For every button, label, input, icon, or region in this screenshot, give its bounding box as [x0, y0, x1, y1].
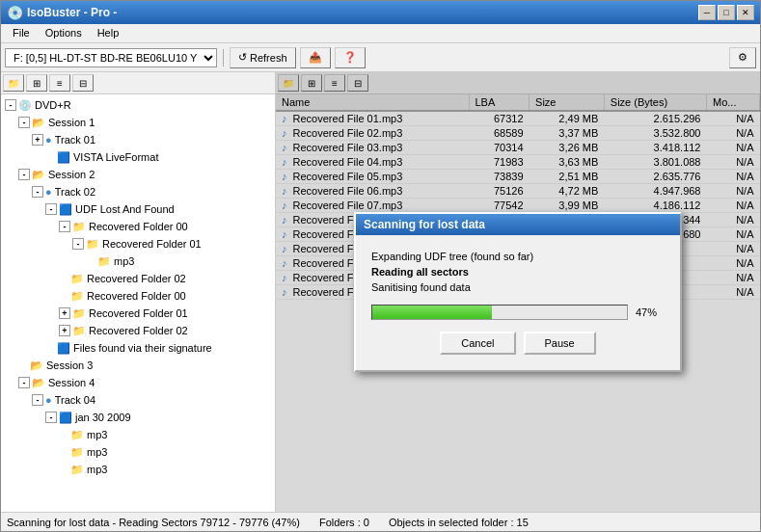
- refresh-label: Refresh: [250, 52, 287, 64]
- expander-t02[interactable]: -: [32, 186, 43, 198]
- minimize-button[interactable]: ─: [698, 5, 716, 20]
- tree-toolbar-btn2[interactable]: ⊞: [26, 74, 47, 92]
- refresh-button[interactable]: ↺ Refresh: [230, 47, 296, 68]
- tree-node-rf02a[interactable]: 📁 Recovered Folder 02: [57, 270, 273, 287]
- toolbar-separator: [223, 49, 224, 66]
- vista-label: VISTA LiveFormat: [73, 149, 158, 165]
- tree-toolbar-btn3[interactable]: ≡: [49, 74, 70, 92]
- options-icon: ⚙: [738, 51, 747, 64]
- rf00a-icon: 📁: [72, 219, 86, 234]
- tree-node-mp3d[interactable]: 📁 mp3: [57, 461, 273, 478]
- tree-node-session2[interactable]: - 📂 Session 2: [16, 166, 273, 183]
- restore-button[interactable]: □: [718, 5, 735, 20]
- rf02a-label: Recovered Folder 02: [87, 271, 186, 286]
- tree-content: - 💿 DVD+R - 📂 Session 1: [1, 94, 275, 480]
- help-button[interactable]: ❓: [335, 47, 366, 68]
- tree-node-track02[interactable]: - ● Track 02: [30, 183, 273, 200]
- close-button[interactable]: ✕: [737, 5, 754, 20]
- mp3a-icon: 📁: [97, 253, 111, 269]
- modal-body: Expanding UDF tree (found so far) Readin…: [356, 235, 680, 370]
- expander-rf02b[interactable]: +: [59, 325, 70, 336]
- tree-toolbar-btn4[interactable]: ⊟: [72, 74, 94, 92]
- options-button[interactable]: ⚙: [729, 47, 756, 68]
- menu-file[interactable]: File: [5, 26, 38, 40]
- rf00b-icon: 📁: [70, 288, 84, 304]
- expander-s2[interactable]: -: [18, 169, 30, 180]
- rf01a-label: Recovered Folder 01: [102, 236, 202, 252]
- pause-button[interactable]: Pause: [524, 332, 596, 355]
- menu-help[interactable]: Help: [90, 26, 127, 40]
- dvd-label: DVD+R: [35, 97, 71, 113]
- expander-udf[interactable]: -: [45, 203, 57, 215]
- status-right: Objects in selected folder : 15: [389, 517, 529, 528]
- tree-node-session3[interactable]: 📂 Session 3: [16, 357, 273, 374]
- rf01b-label: Recovered Folder 01: [89, 306, 188, 321]
- mp3c-icon: 📁: [70, 444, 84, 460]
- expander-rf01a[interactable]: -: [72, 238, 84, 250]
- mp3d-label: mp3: [87, 462, 107, 477]
- main-window: 💿 IsoBuster - Pro - ─ □ ✕ File Options H…: [0, 0, 761, 532]
- tree-node-rf02b[interactable]: + 📁 Recovered Folder 02: [57, 322, 273, 339]
- drive-selector[interactable]: F: [0,5] HL-DT-ST BD-RE BE06LU10 YE03: [5, 48, 217, 67]
- tree-node-session4[interactable]: - 📂 Session 4: [16, 374, 273, 391]
- jan-label: jan 30 2009: [75, 410, 131, 425]
- title-bar: 💿 IsoBuster - Pro - ─ □ ✕: [1, 1, 760, 24]
- status-middle: Folders : 0: [319, 517, 369, 528]
- mp3c-label: mp3: [87, 444, 107, 460]
- expander-s1[interactable]: -: [18, 117, 30, 128]
- main-toolbar: F: [0,5] HL-DT-ST BD-RE BE06LU10 YE03 ↺ …: [1, 43, 760, 72]
- expander-rf00a[interactable]: -: [59, 221, 70, 232]
- expander-t01[interactable]: +: [32, 134, 43, 146]
- expander-s4[interactable]: -: [18, 377, 30, 388]
- tree-node-rf01b[interactable]: + 📁 Recovered Folder 01: [57, 305, 273, 322]
- tree-node-jan[interactable]: - 🟦 jan 30 2009: [43, 409, 273, 426]
- progress-percent: 47%: [636, 306, 665, 318]
- tree-node-mp3a[interactable]: 📁 mp3: [84, 253, 273, 270]
- modal-overlay: Scanning for lost data Expanding UDF tre…: [276, 72, 760, 512]
- sig-label: Files found via their signature: [73, 340, 212, 356]
- session1-icon: 📂: [32, 115, 45, 130]
- rf00a-label: Recovered Folder 00: [89, 219, 188, 234]
- tree-node-track01[interactable]: + ● Track 01: [30, 131, 273, 148]
- status-bar: Scanning for lost data - Reading Sectors…: [1, 512, 760, 531]
- expander-rf01b[interactable]: +: [59, 307, 70, 319]
- menu-bar: File Options Help: [1, 24, 760, 43]
- modal-line3: Sanitising found data: [371, 281, 665, 293]
- session1-label: Session 1: [48, 115, 95, 130]
- tree-toolbar-btn1[interactable]: 📁: [3, 74, 24, 92]
- expander-t04[interactable]: -: [32, 394, 43, 406]
- session4-icon: 📂: [32, 375, 45, 390]
- tree-node-udf[interactable]: - 🟦 UDF Lost And Found: [43, 200, 273, 218]
- tree-node-vista[interactable]: 🟦 VISTA LiveFormat: [43, 148, 273, 166]
- cancel-button[interactable]: Cancel: [440, 332, 515, 355]
- menu-options[interactable]: Options: [38, 26, 90, 40]
- app-icon: 💿: [7, 5, 23, 20]
- progress-container: 47%: [371, 305, 665, 320]
- tree-node-mp3c[interactable]: 📁 mp3: [57, 443, 273, 461]
- main-area: 📁 ⊞ ≡ ⊟ - 💿 DVD+R: [1, 72, 760, 512]
- dvd-icon: 💿: [18, 97, 32, 113]
- track01-label: Track 01: [55, 132, 95, 147]
- tree-node-rf00b[interactable]: 📁 Recovered Folder 00: [57, 287, 273, 305]
- rf02b-icon: 📁: [72, 323, 86, 338]
- extract-button[interactable]: 📤: [300, 47, 331, 68]
- expander-dvd[interactable]: -: [5, 99, 16, 111]
- modal-title-text: Scanning for lost data: [364, 218, 485, 231]
- tree-panel: 📁 ⊞ ≡ ⊟ - 💿 DVD+R: [1, 72, 276, 512]
- modal-title-bar: Scanning for lost data: [356, 214, 680, 235]
- expander-jan[interactable]: -: [45, 412, 57, 423]
- track02-label: Track 02: [55, 184, 95, 200]
- session4-label: Session 4: [48, 375, 95, 390]
- tree-node-session1[interactable]: - 📂 Session 1: [16, 114, 273, 131]
- progress-bar-outer: [371, 305, 628, 320]
- session3-label: Session 3: [46, 358, 93, 373]
- mp3d-icon: 📁: [70, 462, 84, 477]
- tree-node-mp3b[interactable]: 📁 mp3: [57, 426, 273, 443]
- tree-node-sig[interactable]: 🟦 Files found via their signature: [43, 339, 273, 357]
- tree-node-dvd[interactable]: - 💿 DVD+R: [3, 96, 273, 114]
- session3-icon: 📂: [30, 358, 43, 373]
- tree-node-track04[interactable]: - ● Track 04: [30, 391, 273, 409]
- modal-dialog: Scanning for lost data Expanding UDF tre…: [354, 212, 682, 372]
- tree-node-rf00a[interactable]: - 📁 Recovered Folder 00: [57, 218, 273, 235]
- tree-node-rf01a[interactable]: - 📁 Recovered Folder 01: [70, 235, 273, 253]
